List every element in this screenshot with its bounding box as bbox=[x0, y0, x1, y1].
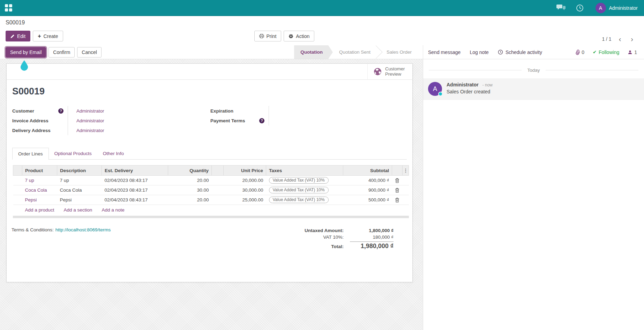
col-description: Description bbox=[57, 166, 102, 176]
quantity-cell: 20.00 bbox=[168, 176, 212, 185]
tab-other-info[interactable]: Other Info bbox=[97, 148, 129, 159]
subtotal-cell: 900,000 ₫ bbox=[343, 185, 392, 195]
status-step-sales-order[interactable]: Sales Order bbox=[380, 45, 418, 59]
col-unit-price: Unit Price bbox=[224, 166, 266, 176]
col-delete bbox=[392, 166, 403, 176]
log-note-button[interactable]: Log note bbox=[470, 49, 489, 55]
delete-line-icon[interactable] bbox=[392, 195, 403, 205]
messages-icon[interactable] bbox=[556, 5, 566, 11]
activities-clock-icon[interactable] bbox=[576, 4, 584, 12]
delete-line-icon[interactable] bbox=[392, 185, 403, 195]
create-button[interactable]: + Create bbox=[33, 31, 63, 41]
est-delivery-cell: 02/04/2023 08:43:17 bbox=[102, 176, 168, 185]
subtotal-cell: 500,000 ₫ bbox=[343, 195, 392, 205]
send-message-button[interactable]: Send message bbox=[428, 49, 460, 55]
attachment-count: 0 bbox=[582, 49, 584, 55]
total-value: 1,980,000 ₫ bbox=[350, 243, 394, 250]
order-lines-table: Product Description Est. Delivery Quanti… bbox=[13, 165, 409, 218]
est-delivery-cell: 02/04/2023 08:43:17 bbox=[102, 185, 168, 195]
untaxed-amount-value: 1,800,000 ₫ bbox=[350, 228, 394, 233]
order-line-row[interactable]: Pepsi Pepsi 02/04/2023 08:43:17 20.00 25… bbox=[13, 195, 409, 205]
user-menu[interactable]: A Administrator bbox=[596, 3, 638, 13]
est-delivery-cell: 02/04/2023 08:43:17 bbox=[102, 195, 168, 205]
globe-icon bbox=[373, 67, 382, 76]
apps-menu-icon[interactable] bbox=[5, 4, 12, 11]
col-product: Product bbox=[22, 166, 57, 176]
status-step-quotation[interactable]: Quotation bbox=[294, 45, 328, 59]
order-line-row[interactable]: Coca Cola Coca Cola 02/04/2023 08:43:17 … bbox=[13, 185, 409, 195]
breadcrumb: S00019 bbox=[6, 20, 638, 29]
invoice-address-value-link[interactable]: Administrator bbox=[76, 118, 104, 123]
terms-and-conditions: Terms & Conditions:http://localhost:8069… bbox=[12, 227, 111, 251]
user-name: Administrator bbox=[609, 5, 638, 11]
description-cell: 7 up bbox=[57, 176, 102, 185]
form-pane: Send by Email Confirm Cancel Quotation Q… bbox=[0, 45, 423, 330]
message-body: Sales Order created bbox=[447, 89, 493, 94]
follower-count: 1 bbox=[634, 49, 637, 55]
drag-handle-column bbox=[13, 166, 22, 176]
tax-badge[interactable]: Value Added Tax (VAT) 10% bbox=[269, 187, 329, 193]
vat-label: VAT 10%: bbox=[323, 235, 344, 240]
message-avatar: A bbox=[428, 82, 442, 96]
following-button[interactable]: ✔ Following bbox=[593, 49, 619, 55]
attachments-button[interactable]: 0 bbox=[576, 49, 584, 55]
order-line-row[interactable]: 7 up 7 up 02/04/2023 08:43:17 20.00 20,0… bbox=[13, 176, 409, 185]
unit-price-cell: 20,000.00 bbox=[224, 176, 266, 185]
print-button[interactable]: Print bbox=[254, 31, 282, 41]
terms-link[interactable]: http://localhost:8069/terms bbox=[55, 227, 111, 232]
description-cell: Pepsi bbox=[57, 195, 102, 205]
field-group-right: Expiration Payment Terms ? bbox=[210, 106, 277, 135]
cancel-button[interactable]: Cancel bbox=[77, 47, 102, 57]
top-nav-bar: A Administrator bbox=[0, 0, 644, 16]
customer-value-link[interactable]: Administrator bbox=[76, 108, 104, 114]
tax-badge[interactable]: Value Added Tax (VAT) 10% bbox=[269, 177, 329, 184]
list-resize-handle[interactable] bbox=[13, 216, 409, 218]
customer-preview-button[interactable]: Customer Preview bbox=[367, 64, 412, 79]
expiration-label: Expiration bbox=[210, 108, 233, 114]
optional-columns-icon[interactable]: ⋮ bbox=[403, 166, 409, 176]
product-link[interactable]: Coca Cola bbox=[25, 187, 47, 193]
schedule-activity-button[interactable]: Schedule activity bbox=[498, 49, 542, 55]
delete-line-icon[interactable] bbox=[392, 176, 403, 185]
add-note-link[interactable]: Add a note bbox=[102, 207, 124, 213]
form-sheet: Customer Preview S00019 Customer ? Admin… bbox=[6, 63, 413, 282]
order-title: S00019 bbox=[12, 86, 407, 97]
description-cell: Coca Cola bbox=[57, 185, 102, 195]
tab-optional-products[interactable]: Optional Products bbox=[49, 148, 97, 159]
col-uom bbox=[212, 166, 224, 176]
control-panel: S00019 Edit + Create Print bbox=[0, 16, 644, 45]
edit-button[interactable]: Edit bbox=[6, 31, 30, 41]
pager-count: 1 / 1 bbox=[602, 36, 611, 42]
notebook-tabs: Order Lines Optional Products Other Info bbox=[12, 148, 407, 160]
statusbar: Send by Email Confirm Cancel Quotation Q… bbox=[0, 45, 423, 59]
chatter-panel: Send message Log note Schedule activity … bbox=[423, 45, 644, 330]
followers-button[interactable]: 1 bbox=[628, 49, 637, 55]
add-product-link[interactable]: Add a product bbox=[25, 207, 54, 213]
product-link[interactable]: 7 up bbox=[25, 178, 34, 183]
pager-next-icon[interactable]: › bbox=[628, 36, 636, 43]
tab-order-lines[interactable]: Order Lines bbox=[12, 148, 49, 160]
customer-label: Customer bbox=[12, 108, 34, 114]
subtotal-cell: 400,000 ₫ bbox=[343, 176, 392, 185]
total-label: Total: bbox=[331, 244, 344, 249]
unit-price-cell: 25,000.00 bbox=[224, 195, 266, 205]
totals-block: Untaxed Amount: 1,800,000 ₫ VAT 10%: 180… bbox=[305, 227, 394, 251]
gear-icon bbox=[289, 34, 293, 39]
delivery-address-value-link[interactable]: Administrator bbox=[76, 128, 104, 133]
invoice-address-label: Invoice Address bbox=[12, 118, 48, 123]
user-avatar: A bbox=[596, 3, 606, 13]
chatter-toolbar: Send message Log note Schedule activity … bbox=[423, 45, 644, 59]
confirm-button[interactable]: Confirm bbox=[48, 47, 75, 57]
send-by-email-button[interactable]: Send by Email bbox=[6, 47, 46, 57]
add-section-link[interactable]: Add a section bbox=[64, 207, 92, 213]
action-button[interactable]: Action bbox=[284, 31, 314, 41]
tax-badge[interactable]: Value Added Tax (VAT) 10% bbox=[269, 197, 329, 203]
pencil-icon bbox=[10, 34, 15, 38]
chatter-message: A Administrator - now Sales Order create… bbox=[423, 78, 644, 100]
untaxed-amount-label: Untaxed Amount: bbox=[305, 228, 344, 233]
pager-previous-icon[interactable]: ‹ bbox=[616, 36, 624, 43]
stat-button-box: Customer Preview bbox=[7, 64, 412, 80]
product-link[interactable]: Pepsi bbox=[25, 197, 37, 202]
form-background: Customer Preview S00019 Customer ? Admin… bbox=[0, 59, 423, 330]
table-header-row: Product Description Est. Delivery Quanti… bbox=[13, 166, 409, 176]
